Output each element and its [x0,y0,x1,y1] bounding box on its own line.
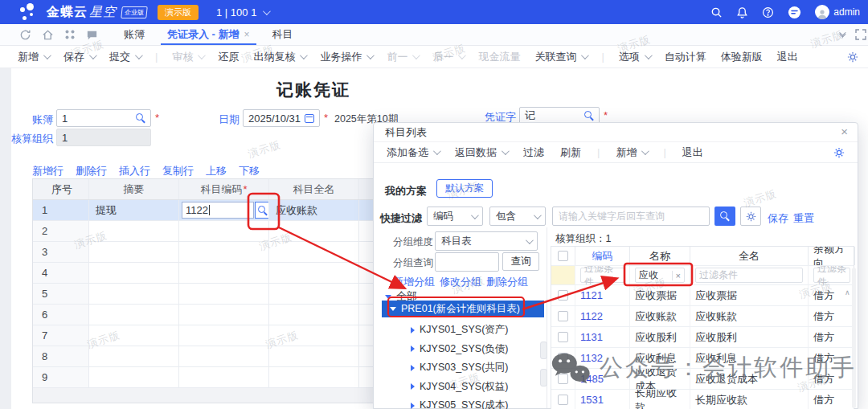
name-filter-input[interactable]: 应收× [635,268,685,283]
toolbar-settings-icon[interactable] [847,51,858,63]
row-checkbox[interactable] [558,311,568,321]
keyword-input[interactable]: 请输入关键字后回车查询 [552,207,710,226]
tab-账簿[interactable]: 账簿 [113,24,156,45]
cell-summary[interactable] [89,284,179,304]
cell-account-code[interactable] [179,367,269,387]
fullscreen-icon[interactable] [855,29,866,40]
tree-expand-icon[interactable] [385,295,391,299]
lookup-icon[interactable] [584,111,594,121]
org-book-selector[interactable]: 1 | 100 1 [216,6,268,18]
row-checkbox[interactable] [558,395,568,405]
account-row[interactable]: 1531长期应收款长期应收款借方 [551,390,854,409]
search-button[interactable] [714,207,735,226]
cell-account-code[interactable] [179,305,269,325]
cell-account-code[interactable] [179,242,269,262]
cell-summary[interactable] [89,325,179,346]
cell-account-code[interactable] [179,346,269,366]
toolbar-退出[interactable]: 退出 [777,50,798,64]
refresh-icon[interactable] [19,29,31,41]
cell-summary[interactable] [89,242,179,262]
dialog-toolbar-刷新[interactable]: 刷新 [560,145,581,160]
group-query-input[interactable] [435,252,499,272]
cell-account-fullname[interactable] [269,305,359,325]
dialog-toolbar-过滤[interactable]: 过滤 [523,145,544,160]
dialog-toolbar-添加备选[interactable]: 添加备选 [387,145,439,160]
cell-account-fullname[interactable]: 应收账款 [269,200,359,220]
cell-account-fullname[interactable] [269,284,359,304]
dialog-toolbar-退出[interactable]: 退出 [682,145,703,160]
save-filter-link[interactable]: 保存 [768,211,788,226]
message-bubble-icon[interactable] [86,29,98,41]
tree-node-selected[interactable]: PRE01(新会计准则科目表) [382,301,544,317]
clear-filter-icon[interactable]: × [672,271,681,280]
col-code[interactable]: 编码 [575,247,630,265]
lookup-icon[interactable] [136,113,145,123]
row-checkbox[interactable] [558,290,568,301]
filter-operator-select[interactable]: 包含 [489,207,546,226]
expand-right-icon[interactable] [540,369,547,387]
search-icon[interactable] [710,6,723,18]
cell-account-code[interactable] [179,284,269,304]
scrollbar[interactable] [852,268,856,408]
close-icon[interactable]: × [841,125,848,137]
cell-account-code[interactable] [179,263,269,283]
user-menu[interactable]: admin [815,5,860,19]
query-button[interactable]: 查询 [502,252,539,271]
row-checkbox[interactable] [558,332,568,342]
account-row[interactable]: 1132应收利息应收利息借方 [551,348,854,369]
apps-grid-icon[interactable] [64,29,76,40]
toolbar-还原[interactable]: 还原 [218,50,239,64]
cell-account-fullname[interactable] [269,346,359,366]
tab-科目[interactable]: 科目 [261,24,305,45]
account-code-edit-input[interactable]: 1122 [182,202,254,219]
cell-summary[interactable]: 提现 [89,200,179,220]
cell-account-code[interactable] [179,325,269,346]
reset-filter-link[interactable]: 重置 [793,211,814,226]
account-row[interactable]: 1121应收票据应收票据借方 [551,285,854,306]
cell-account-code[interactable] [179,221,269,241]
cell-summary[interactable] [89,263,179,283]
toolbar-自动计算[interactable]: 自动计算 [665,50,706,64]
cell-account-fullname[interactable] [269,242,359,262]
assistant-pill-icon[interactable] [788,6,801,19]
dialog-toolbar-新增[interactable]: 新增 [616,145,647,160]
row-action-复制行[interactable]: 复制行 [162,164,194,178]
toolbar-新增[interactable]: 新增 [18,50,49,64]
toolbar-关联查询[interactable]: 关联查询 [534,50,587,64]
toolbar-保存[interactable]: 保存 [63,50,95,64]
row-action-插入行[interactable]: 插入行 [119,164,150,178]
cell-account-fullname[interactable] [269,221,359,241]
scroll-up-icon[interactable]: ∧ [845,288,850,297]
tree-node-KJYS03_SYS(共同)[interactable]: KJYS03_SYS(共同) [411,358,508,378]
date-input[interactable]: 2025/10/31 [243,109,320,127]
group-action-删除分组[interactable]: 删除分组 [486,275,528,289]
tree-node-KJYS01_SYS(资产)[interactable]: KJYS01_SYS(资产) [411,321,508,340]
filter-field-select[interactable]: 编码 [427,207,483,226]
filter-settings-button[interactable] [740,207,761,226]
account-row[interactable]: 1122应收账款应收账款借方 [551,306,854,327]
account-row[interactable]: 1131应收股利应收股利借方 [551,327,854,348]
toolbar-出纳复核[interactable]: 出纳复核 [253,50,305,64]
cell-summary[interactable] [89,367,179,387]
fullname-filter-input[interactable]: 过滤条件 [695,268,803,283]
notification-bell-icon[interactable] [736,6,748,18]
select-all-checkbox[interactable] [558,251,568,261]
row-checkbox[interactable] [558,353,568,363]
tree-node-KJYS02_SYS(负债)[interactable]: KJYS02_SYS(负债) [411,340,508,359]
group-action-修改分组[interactable]: 修改分组 [440,275,481,289]
cell-account-fullname[interactable] [269,367,359,387]
tree-node-KJYS04_SYS(权益)[interactable]: KJYS04_SYS(权益) [411,378,508,397]
help-icon[interactable] [762,6,774,18]
toolbar-选项[interactable]: 选项 [619,50,650,64]
account-lookup-button[interactable] [255,202,269,219]
toolbar-体验新版[interactable]: 体验新版 [721,50,763,64]
code-filter-input[interactable]: 过滤条件 [580,268,624,283]
cell-account-fullname[interactable] [269,263,359,283]
row-action-新增行[interactable]: 新增行 [32,164,63,178]
calendar-icon[interactable] [305,114,314,123]
toolbar-提交[interactable]: 提交 [109,50,141,64]
cell-account-code[interactable]: 1122 [179,200,269,220]
cell-summary[interactable] [89,305,179,325]
dialog-toolbar-返回数据[interactable]: 返回数据 [455,145,507,160]
row-action-删除行[interactable]: 删除行 [76,164,107,178]
